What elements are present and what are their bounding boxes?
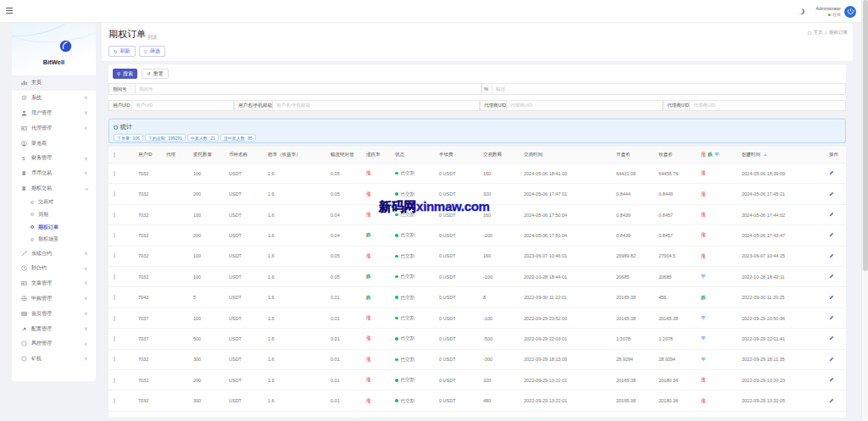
table-row[interactable]: 7037 500 USDT 1.6 0.01 涨 已交割: [108, 329, 846, 349]
sidebar-item-article-management[interactable]: 文章管理: [12, 276, 96, 291]
column-header-odds[interactable]: 赔率（收益率）: [263, 152, 326, 158]
sidebar-item-period[interactable]: 周期: [12, 208, 96, 221]
sidebar-item-trading-pairs[interactable]: 交易对: [12, 196, 96, 208]
sidebar-item-user-management[interactable]: 用户管理: [12, 106, 96, 121]
row-checkbox[interactable]: [114, 336, 115, 341]
table-row[interactable]: 7032 100 USDT 1.6 0.05 涨 已交割: [108, 247, 846, 267]
sidebar-item-channel[interactable]: 渠道商: [12, 136, 96, 151]
column-header-open-price[interactable]: 开盘价: [611, 152, 654, 158]
row-checkbox[interactable]: [114, 357, 115, 362]
pencil-icon[interactable]: [829, 254, 834, 259]
sidebar-item-perpetual[interactable]: 永续合约: [12, 246, 96, 261]
table-row[interactable]: 7032 200 USDT 1.6 0.01 涨 已交割: [108, 370, 846, 391]
sidebar-item-coin-trade[interactable]: 币币交易: [12, 166, 96, 181]
sidebar-item-config-management[interactable]: 配置管理: [12, 321, 96, 336]
sidebar-item-option-scene[interactable]: 期权场景: [12, 233, 96, 246]
agent-uid-input-1[interactable]: 代理商UID: [507, 101, 662, 110]
agent-uid-field-2[interactable]: 代理商UID 代理商UID: [663, 100, 846, 111]
column-header-order-quantity[interactable]: 委托数量: [188, 152, 224, 158]
status-label: 已交割: [401, 295, 415, 301]
row-checkbox[interactable]: [114, 171, 115, 176]
row-checkbox[interactable]: [114, 274, 115, 280]
column-header-fee[interactable]: 手续费: [434, 152, 478, 158]
pencil-icon[interactable]: [829, 357, 834, 363]
sidebar-item-second-contract[interactable]: 秒合约: [12, 261, 96, 276]
pencil-icon[interactable]: [829, 378, 834, 383]
sidebar-item-system[interactable]: 系统: [12, 91, 96, 106]
pencil-icon[interactable]: [829, 296, 834, 301]
sidebar-item-miner[interactable]: 矿机: [12, 352, 96, 367]
search-button[interactable]: ⚲ 搜索: [113, 69, 137, 79]
select-all-checkbox[interactable]: [114, 152, 115, 158]
sidebar-item-subscription-management[interactable]: 申购管理: [12, 291, 96, 307]
row-checkbox[interactable]: [114, 253, 115, 258]
sidebar-item-option-trade[interactable]: 期权交易: [12, 181, 96, 197]
reset-button[interactable]: ↺ 重置: [142, 69, 169, 79]
cell-amplitude-abs: 0.04: [326, 233, 361, 238]
pencil-icon[interactable]: [829, 213, 834, 218]
column-header-result-legend[interactable]: 涨 跌 平: [696, 152, 737, 158]
sort-asc-icon[interactable]: [764, 153, 767, 156]
user-uid-field[interactable]: 用户UID 用户UID: [108, 100, 234, 111]
table-row[interactable]: 7037 100 USDT 1.6 0.01 涨 已交割: [108, 308, 846, 329]
column-header-close-price[interactable]: 收盘价: [654, 152, 696, 158]
breadcrumb-home[interactable]: 主页: [813, 30, 822, 36]
row-checkbox[interactable]: [114, 213, 115, 218]
page-scrollbar[interactable]: [861, 0, 868, 421]
column-header-coin-name[interactable]: 币种名称: [224, 152, 263, 158]
period-no-input[interactable]: 期间号: [136, 84, 481, 94]
cell-result: 平: [696, 335, 737, 341]
refresh-button[interactable]: ↻ 刷新: [108, 46, 136, 57]
table-row[interactable]: 7032 100 USDT 1.6 0.05 涨 已交割: [108, 163, 846, 184]
filter-button[interactable]: ▽ 筛选: [139, 46, 165, 57]
username-phone-email-input[interactable]: 用户名/手机邮箱: [273, 101, 479, 110]
pencil-icon[interactable]: [829, 399, 834, 404]
pencil-icon[interactable]: [829, 274, 834, 280]
amplitude-input[interactable]: 幅度: [492, 84, 845, 94]
moon-icon[interactable]: [798, 8, 804, 14]
sidebar-item-agent-management[interactable]: 代理管理: [12, 120, 96, 136]
column-header-status[interactable]: 状态: [390, 152, 434, 158]
amplitude-field[interactable]: % 幅度: [481, 83, 846, 95]
row-checkbox[interactable]: [114, 316, 115, 321]
avatar[interactable]: [844, 6, 856, 18]
column-header-agent[interactable]: 代理: [161, 152, 188, 158]
pencil-icon[interactable]: [829, 171, 834, 176]
sidebar-item-finance[interactable]: $ 财务管理: [12, 151, 96, 166]
sidebar-item-homepage-management[interactable]: 首页管理: [12, 306, 96, 321]
sidebar-item-risk-management[interactable]: 风控管理: [12, 336, 96, 352]
table-row[interactable]: 7043 5 USDT 1.6 0.01 跌 已交割 0: [108, 287, 846, 307]
column-header-trade-time[interactable]: 交易时间: [519, 152, 611, 158]
pencil-icon[interactable]: [829, 336, 834, 341]
column-header-create-time[interactable]: 创建时间: [737, 152, 824, 158]
pencil-icon[interactable]: [829, 192, 834, 197]
table-row[interactable]: 7032 100 USDT 1.6 0.05 跌 已交割: [108, 267, 846, 287]
row-checkbox[interactable]: [114, 233, 115, 238]
row-checkbox[interactable]: [114, 295, 115, 300]
column-header-change-rate[interactable]: 涨跌率: [361, 152, 390, 158]
row-checkbox[interactable]: [114, 398, 115, 403]
column-header-user-id[interactable]: 用户ID: [133, 152, 161, 158]
period-no-field[interactable]: 期间号 期间号: [108, 83, 481, 95]
cell-odds: 1.6: [263, 398, 326, 403]
username-phone-email-field[interactable]: 用户名/手机邮箱 用户名/手机邮箱: [234, 100, 480, 111]
agent-uid-field-1[interactable]: 代理商UID 代理商UID: [480, 100, 663, 111]
scrollbar-thumb[interactable]: [863, 0, 868, 271]
column-header-amplitude-abs[interactable]: 幅度绝对值: [326, 152, 361, 158]
sidebar-item-home[interactable]: 主页: [12, 75, 96, 91]
cell-change-rate: 涨: [361, 315, 390, 321]
pencil-icon[interactable]: [829, 233, 834, 238]
pencil-icon[interactable]: [829, 316, 834, 321]
user-info[interactable]: Administrator 在线: [816, 6, 841, 18]
table-row[interactable]: 7032 300 USDT 1.6 0.01 涨 已交割: [108, 391, 846, 411]
column-header-trade-amount[interactable]: 交易数额: [478, 152, 519, 158]
cell-trade-time: 2024-05-06 17:50:04: [519, 213, 611, 218]
table-row[interactable]: 7032 300 USDT 1.6 0.01 涨 已交割: [108, 350, 846, 370]
hamburger-icon[interactable]: [6, 8, 13, 15]
sidebar-item-option-orders[interactable]: 期权订单: [12, 221, 96, 234]
row-checkbox[interactable]: [114, 191, 115, 197]
row-checkbox[interactable]: [114, 378, 115, 383]
table-row[interactable]: 7032 200 USDT 1.6 0.04 跌 已交割: [108, 225, 846, 246]
agent-uid-input-2[interactable]: 代理商UID: [690, 101, 845, 110]
user-uid-input[interactable]: 用户UID: [132, 101, 233, 110]
